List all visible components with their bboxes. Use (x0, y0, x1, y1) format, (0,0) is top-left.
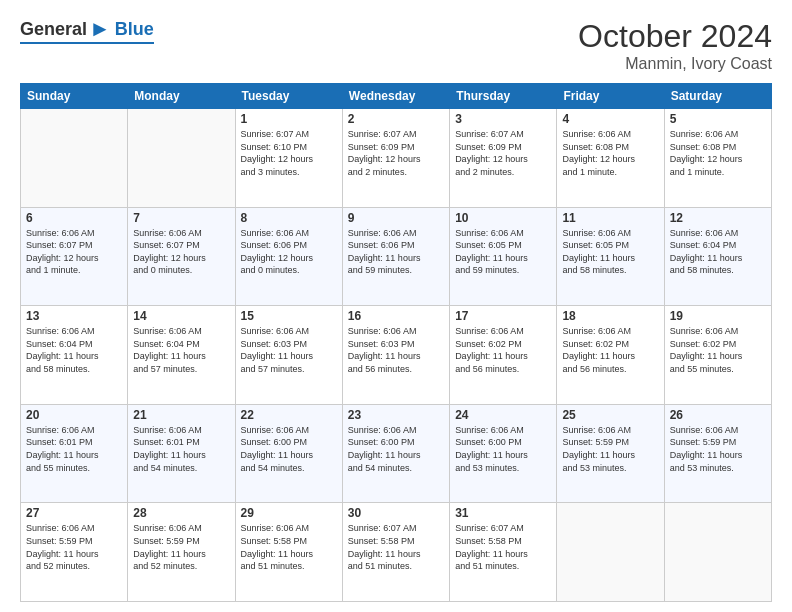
day-number-8: 8 (241, 211, 337, 225)
day-info-31: Sunrise: 6:07 AM Sunset: 5:58 PM Dayligh… (455, 522, 551, 572)
day-number-3: 3 (455, 112, 551, 126)
day-info-3: Sunrise: 6:07 AM Sunset: 6:09 PM Dayligh… (455, 128, 551, 178)
day-info-15: Sunrise: 6:06 AM Sunset: 6:03 PM Dayligh… (241, 325, 337, 375)
month-title: October 2024 (578, 18, 772, 55)
day-number-2: 2 (348, 112, 444, 126)
day-info-2: Sunrise: 6:07 AM Sunset: 6:09 PM Dayligh… (348, 128, 444, 178)
calendar-cell-2-6: 19Sunrise: 6:06 AM Sunset: 6:02 PM Dayli… (664, 306, 771, 405)
day-number-7: 7 (133, 211, 229, 225)
weekday-header-row: Sunday Monday Tuesday Wednesday Thursday… (21, 84, 772, 109)
calendar-cell-2-3: 16Sunrise: 6:06 AM Sunset: 6:03 PM Dayli… (342, 306, 449, 405)
calendar-cell-4-2: 29Sunrise: 6:06 AM Sunset: 5:58 PM Dayli… (235, 503, 342, 602)
calendar-cell-1-5: 11Sunrise: 6:06 AM Sunset: 6:05 PM Dayli… (557, 207, 664, 306)
calendar-cell-1-1: 7Sunrise: 6:06 AM Sunset: 6:07 PM Daylig… (128, 207, 235, 306)
week-row-2: 6Sunrise: 6:06 AM Sunset: 6:07 PM Daylig… (21, 207, 772, 306)
calendar-cell-3-5: 25Sunrise: 6:06 AM Sunset: 5:59 PM Dayli… (557, 404, 664, 503)
calendar-cell-4-6 (664, 503, 771, 602)
calendar-cell-4-5 (557, 503, 664, 602)
day-number-29: 29 (241, 506, 337, 520)
day-info-9: Sunrise: 6:06 AM Sunset: 6:06 PM Dayligh… (348, 227, 444, 277)
calendar-cell-2-2: 15Sunrise: 6:06 AM Sunset: 6:03 PM Dayli… (235, 306, 342, 405)
day-info-6: Sunrise: 6:06 AM Sunset: 6:07 PM Dayligh… (26, 227, 122, 277)
day-number-31: 31 (455, 506, 551, 520)
logo-general-text: General (20, 19, 87, 40)
day-number-30: 30 (348, 506, 444, 520)
day-number-4: 4 (562, 112, 658, 126)
day-number-19: 19 (670, 309, 766, 323)
day-info-24: Sunrise: 6:06 AM Sunset: 6:00 PM Dayligh… (455, 424, 551, 474)
week-row-3: 13Sunrise: 6:06 AM Sunset: 6:04 PM Dayli… (21, 306, 772, 405)
day-number-17: 17 (455, 309, 551, 323)
calendar-cell-1-3: 9Sunrise: 6:06 AM Sunset: 6:06 PM Daylig… (342, 207, 449, 306)
page: General ► Blue October 2024 Manmin, Ivor… (0, 0, 792, 612)
day-info-25: Sunrise: 6:06 AM Sunset: 5:59 PM Dayligh… (562, 424, 658, 474)
calendar-cell-1-6: 12Sunrise: 6:06 AM Sunset: 6:04 PM Dayli… (664, 207, 771, 306)
title-block: October 2024 Manmin, Ivory Coast (578, 18, 772, 73)
day-number-13: 13 (26, 309, 122, 323)
day-info-10: Sunrise: 6:06 AM Sunset: 6:05 PM Dayligh… (455, 227, 551, 277)
week-row-5: 27Sunrise: 6:06 AM Sunset: 5:59 PM Dayli… (21, 503, 772, 602)
day-info-7: Sunrise: 6:06 AM Sunset: 6:07 PM Dayligh… (133, 227, 229, 277)
calendar-cell-0-4: 3Sunrise: 6:07 AM Sunset: 6:09 PM Daylig… (450, 109, 557, 208)
day-number-26: 26 (670, 408, 766, 422)
header-thursday: Thursday (450, 84, 557, 109)
calendar-cell-3-4: 24Sunrise: 6:06 AM Sunset: 6:00 PM Dayli… (450, 404, 557, 503)
day-info-14: Sunrise: 6:06 AM Sunset: 6:04 PM Dayligh… (133, 325, 229, 375)
header-saturday: Saturday (664, 84, 771, 109)
calendar-cell-4-4: 31Sunrise: 6:07 AM Sunset: 5:58 PM Dayli… (450, 503, 557, 602)
calendar-cell-0-6: 5Sunrise: 6:06 AM Sunset: 6:08 PM Daylig… (664, 109, 771, 208)
calendar-cell-3-3: 23Sunrise: 6:06 AM Sunset: 6:00 PM Dayli… (342, 404, 449, 503)
day-info-20: Sunrise: 6:06 AM Sunset: 6:01 PM Dayligh… (26, 424, 122, 474)
header-tuesday: Tuesday (235, 84, 342, 109)
day-info-23: Sunrise: 6:06 AM Sunset: 6:00 PM Dayligh… (348, 424, 444, 474)
day-info-8: Sunrise: 6:06 AM Sunset: 6:06 PM Dayligh… (241, 227, 337, 277)
calendar-cell-2-4: 17Sunrise: 6:06 AM Sunset: 6:02 PM Dayli… (450, 306, 557, 405)
day-number-25: 25 (562, 408, 658, 422)
day-info-17: Sunrise: 6:06 AM Sunset: 6:02 PM Dayligh… (455, 325, 551, 375)
logo: General ► Blue (20, 18, 154, 44)
day-info-21: Sunrise: 6:06 AM Sunset: 6:01 PM Dayligh… (133, 424, 229, 474)
calendar-cell-4-0: 27Sunrise: 6:06 AM Sunset: 5:59 PM Dayli… (21, 503, 128, 602)
day-number-1: 1 (241, 112, 337, 126)
calendar-cell-1-0: 6Sunrise: 6:06 AM Sunset: 6:07 PM Daylig… (21, 207, 128, 306)
calendar-cell-3-6: 26Sunrise: 6:06 AM Sunset: 5:59 PM Dayli… (664, 404, 771, 503)
calendar-cell-3-0: 20Sunrise: 6:06 AM Sunset: 6:01 PM Dayli… (21, 404, 128, 503)
day-info-22: Sunrise: 6:06 AM Sunset: 6:00 PM Dayligh… (241, 424, 337, 474)
day-number-16: 16 (348, 309, 444, 323)
day-info-26: Sunrise: 6:06 AM Sunset: 5:59 PM Dayligh… (670, 424, 766, 474)
week-row-1: 1Sunrise: 6:07 AM Sunset: 6:10 PM Daylig… (21, 109, 772, 208)
calendar-cell-2-0: 13Sunrise: 6:06 AM Sunset: 6:04 PM Dayli… (21, 306, 128, 405)
calendar-cell-3-1: 21Sunrise: 6:06 AM Sunset: 6:01 PM Dayli… (128, 404, 235, 503)
day-info-28: Sunrise: 6:06 AM Sunset: 5:59 PM Dayligh… (133, 522, 229, 572)
day-info-18: Sunrise: 6:06 AM Sunset: 6:02 PM Dayligh… (562, 325, 658, 375)
header-wednesday: Wednesday (342, 84, 449, 109)
header: General ► Blue October 2024 Manmin, Ivor… (20, 18, 772, 73)
logo-blue-text: Blue (115, 19, 154, 40)
day-info-4: Sunrise: 6:06 AM Sunset: 6:08 PM Dayligh… (562, 128, 658, 178)
day-number-15: 15 (241, 309, 337, 323)
calendar-cell-2-5: 18Sunrise: 6:06 AM Sunset: 6:02 PM Dayli… (557, 306, 664, 405)
calendar-cell-0-1 (128, 109, 235, 208)
day-number-20: 20 (26, 408, 122, 422)
day-number-9: 9 (348, 211, 444, 225)
calendar-cell-0-0 (21, 109, 128, 208)
day-number-21: 21 (133, 408, 229, 422)
calendar-cell-0-5: 4Sunrise: 6:06 AM Sunset: 6:08 PM Daylig… (557, 109, 664, 208)
day-info-30: Sunrise: 6:07 AM Sunset: 5:58 PM Dayligh… (348, 522, 444, 572)
day-info-27: Sunrise: 6:06 AM Sunset: 5:59 PM Dayligh… (26, 522, 122, 572)
day-number-23: 23 (348, 408, 444, 422)
day-number-12: 12 (670, 211, 766, 225)
calendar-cell-3-2: 22Sunrise: 6:06 AM Sunset: 6:00 PM Dayli… (235, 404, 342, 503)
day-number-28: 28 (133, 506, 229, 520)
logo-underline (20, 42, 154, 44)
calendar-cell-1-4: 10Sunrise: 6:06 AM Sunset: 6:05 PM Dayli… (450, 207, 557, 306)
day-info-12: Sunrise: 6:06 AM Sunset: 6:04 PM Dayligh… (670, 227, 766, 277)
day-number-5: 5 (670, 112, 766, 126)
calendar-cell-0-2: 1Sunrise: 6:07 AM Sunset: 6:10 PM Daylig… (235, 109, 342, 208)
calendar-cell-2-1: 14Sunrise: 6:06 AM Sunset: 6:04 PM Dayli… (128, 306, 235, 405)
day-number-27: 27 (26, 506, 122, 520)
day-number-14: 14 (133, 309, 229, 323)
header-sunday: Sunday (21, 84, 128, 109)
calendar-table: Sunday Monday Tuesday Wednesday Thursday… (20, 83, 772, 602)
week-row-4: 20Sunrise: 6:06 AM Sunset: 6:01 PM Dayli… (21, 404, 772, 503)
